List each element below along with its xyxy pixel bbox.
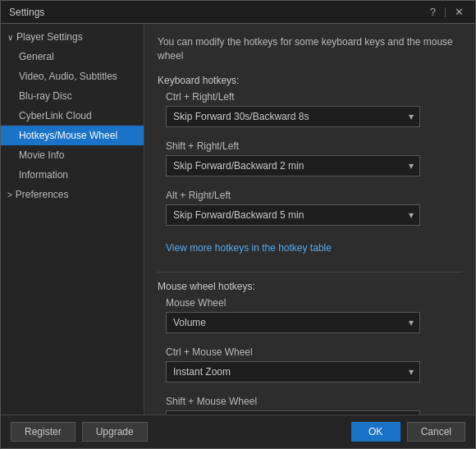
ctrl-dropdown[interactable]: Skip Forward 30s/Backward 8s Skip Forwar…	[166, 106, 420, 127]
ctrl-mouse-dropdown-row: Instant Zoom Volume Seek Disabled	[158, 361, 462, 387]
sidebar-item-hotkeys[interactable]: Hotkeys/Mouse Wheel	[1, 126, 144, 145]
shift-dropdown-wrapper: Skip Forward/Backward 2 min Skip Forward…	[166, 155, 420, 176]
dialog-body: ∨ Player Settings General Video, Audio, …	[1, 24, 475, 415]
alt-hotkey-group: Alt + Right/Left Skip Forward/Backward 5…	[158, 190, 462, 231]
sidebar-item-information[interactable]: Information	[1, 165, 144, 185]
keyboard-section-label: Keyboard hotkeys:	[158, 75, 462, 86]
sidebar: ∨ Player Settings General Video, Audio, …	[1, 24, 144, 415]
sidebar-section-label: Player Settings	[16, 31, 83, 43]
alt-dropdown[interactable]: Skip Forward/Backward 5 min Skip Forward…	[166, 204, 420, 226]
mouse-section-label: Mouse wheel hotkeys:	[158, 281, 462, 292]
ctrl-label: Ctrl + Right/Left	[158, 91, 462, 103]
shift-mouse-dropdown[interactable]: Fast Forward/Rewind Volume Seek Disabled	[166, 410, 420, 415]
settings-dialog: Settings ? | ✕ ∨ Player Settings General…	[0, 0, 476, 449]
ctrl-dropdown-wrapper: Skip Forward 30s/Backward 8s Skip Forwar…	[166, 106, 420, 127]
mouse-wheel-dropdown-wrapper: Volume Seek Zoom Disabled	[166, 312, 420, 333]
sidebar-item-bluray[interactable]: Blu-ray Disc	[1, 86, 144, 106]
alt-label: Alt + Right/Left	[158, 190, 462, 201]
alt-dropdown-row: Skip Forward/Backward 5 min Skip Forward…	[158, 204, 462, 231]
help-button[interactable]: ?	[427, 6, 439, 18]
alt-dropdown-wrapper: Skip Forward/Backward 5 min Skip Forward…	[166, 204, 420, 226]
hotkeys-link[interactable]: View more hotkeys in the hotkey table	[166, 242, 332, 254]
preferences-label: Preferences	[16, 189, 69, 200]
ctrl-mouse-label: Ctrl + Mouse Wheel	[158, 346, 462, 358]
sidebar-section-preferences[interactable]: > Preferences	[1, 185, 144, 204]
preferences-chevron: >	[7, 190, 12, 199]
sidebar-item-cyberlink-cloud[interactable]: CyberLink Cloud	[1, 106, 144, 126]
shift-label: Shift + Right/Left	[158, 140, 462, 152]
mouse-wheel-label: Mouse Wheel	[158, 297, 462, 309]
ctrl-dropdown-row: Skip Forward 30s/Backward 8s Skip Forwar…	[158, 106, 462, 132]
player-settings-chevron: ∨	[7, 33, 13, 42]
shift-dropdown-row: Skip Forward/Backward 2 min Skip Forward…	[158, 155, 462, 181]
shift-mouse-dropdown-row: Fast Forward/Rewind Volume Seek Disabled	[158, 410, 462, 415]
shift-hotkey-group: Shift + Right/Left Skip Forward/Backward…	[158, 140, 462, 181]
ctrl-mouse-dropdown-wrapper: Instant Zoom Volume Seek Disabled	[166, 361, 420, 383]
cancel-button[interactable]: Cancel	[407, 422, 465, 442]
title-bar-buttons: ? | ✕	[427, 6, 467, 18]
shift-mouse-group: Shift + Mouse Wheel Fast Forward/Rewind …	[158, 396, 462, 415]
ctrl-hotkey-group: Ctrl + Right/Left Skip Forward 30s/Backw…	[158, 91, 462, 132]
close-button[interactable]: ✕	[451, 6, 467, 18]
sidebar-item-general[interactable]: General	[1, 47, 144, 66]
ctrl-mouse-dropdown[interactable]: Instant Zoom Volume Seek Disabled	[166, 361, 420, 383]
title-bar: Settings ? | ✕	[1, 1, 475, 24]
mouse-wheel-group: Mouse Wheel Volume Seek Zoom Disabled	[158, 297, 462, 338]
register-button[interactable]: Register	[11, 422, 76, 442]
shift-mouse-dropdown-wrapper: Fast Forward/Rewind Volume Seek Disabled	[166, 410, 420, 415]
footer-right: OK Cancel	[351, 422, 465, 442]
main-content: You can modify the hotkeys for some keyb…	[144, 24, 475, 415]
sidebar-item-video-audio[interactable]: Video, Audio, Subtitles	[1, 66, 144, 86]
footer: Register Upgrade OK Cancel	[1, 415, 475, 448]
shift-dropdown[interactable]: Skip Forward/Backward 2 min Skip Forward…	[166, 155, 420, 176]
main-description: You can modify the hotkeys for some keyb…	[158, 35, 462, 63]
mouse-wheel-dropdown[interactable]: Volume Seek Zoom Disabled	[166, 312, 420, 333]
sidebar-item-movie-info[interactable]: Movie Info	[1, 145, 144, 165]
shift-mouse-label: Shift + Mouse Wheel	[158, 396, 462, 407]
dialog-title: Settings	[9, 7, 44, 18]
footer-left: Register Upgrade	[11, 422, 148, 442]
ctrl-mouse-group: Ctrl + Mouse Wheel Instant Zoom Volume S…	[158, 346, 462, 387]
section-separator	[158, 272, 462, 273]
ok-button[interactable]: OK	[351, 422, 400, 442]
upgrade-button[interactable]: Upgrade	[82, 422, 148, 442]
mouse-wheel-dropdown-row: Volume Seek Zoom Disabled	[158, 312, 462, 338]
sidebar-section-player-settings[interactable]: ∨ Player Settings	[1, 27, 144, 47]
